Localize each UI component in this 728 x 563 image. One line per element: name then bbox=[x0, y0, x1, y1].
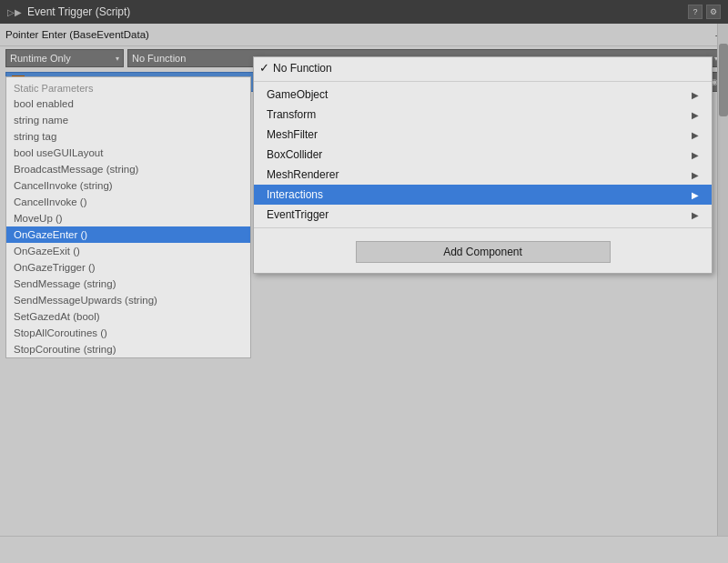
item-broadcastmessage[interactable]: BroadcastMessage (string) bbox=[6, 161, 250, 177]
menu-separator bbox=[254, 81, 712, 82]
function-label: No Function bbox=[132, 53, 186, 64]
item-ongazetrigger[interactable]: OnGazeTrigger () bbox=[6, 259, 250, 276]
submenu-arrow-boxcollider: ▶ bbox=[692, 150, 699, 160]
item-string-tag[interactable]: string tag bbox=[6, 128, 250, 145]
menu-meshrenderer[interactable]: MeshRenderer ▶ bbox=[254, 165, 712, 185]
main-panel: ▷▶ Event Trigger (Script) ? ⚙ Pointer En… bbox=[0, 0, 728, 563]
bottom-area bbox=[0, 536, 728, 563]
checkmark-icon: ✓ bbox=[259, 61, 269, 75]
item-stopcoroutine[interactable]: StopCoroutine (string) bbox=[6, 341, 250, 357]
item-sendmessage[interactable]: SendMessage (string) bbox=[6, 276, 250, 292]
title-icons: ? ⚙ bbox=[688, 5, 721, 19]
menu-separator-2 bbox=[254, 227, 712, 228]
item-sendmessageupwards[interactable]: SendMessageUpwards (string) bbox=[6, 292, 250, 308]
component-header: Pointer Enter (BaseEventData) – bbox=[0, 24, 728, 46]
scrollbar[interactable] bbox=[717, 24, 728, 536]
left-dropdown: Static Parameters bool enabled string na… bbox=[5, 76, 251, 358]
menu-gameobject[interactable]: GameObject ▶ bbox=[254, 85, 712, 105]
menu-no-function[interactable]: ✓No Function bbox=[254, 57, 712, 78]
runtime-label: Runtime Only bbox=[10, 53, 71, 64]
menu-transform[interactable]: Transform ▶ bbox=[254, 105, 712, 125]
item-ongazeexit[interactable]: OnGazeExit () bbox=[6, 243, 250, 259]
help-icon-btn[interactable]: ? bbox=[688, 5, 703, 19]
submenu-arrow-interactions: ▶ bbox=[692, 190, 699, 200]
right-dropdown: ✓No Function GameObject ▶ Transform ▶ Me… bbox=[253, 56, 713, 274]
item-stopallcoroutines[interactable]: StopAllCoroutines () bbox=[6, 325, 250, 341]
item-setgazedat[interactable]: SetGazedAt (bool) bbox=[6, 308, 250, 325]
runtime-arrow: ▾ bbox=[116, 55, 119, 63]
item-string-name[interactable]: string name bbox=[6, 112, 250, 128]
item-bool-useguilayout[interactable]: bool useGUILayout bbox=[6, 145, 250, 161]
title-bar-left: ▷▶ Event Trigger (Script) bbox=[7, 5, 130, 18]
title-bar: ▷▶ Event Trigger (Script) ? ⚙ bbox=[0, 0, 728, 24]
item-cancelinvoke-string[interactable]: CancelInvoke (string) bbox=[6, 177, 250, 194]
item-ongazeenter[interactable]: OnGazeEnter () bbox=[6, 226, 250, 243]
title-text: Event Trigger (Script) bbox=[27, 5, 130, 18]
item-moveup[interactable]: MoveUp () bbox=[6, 210, 250, 226]
menu-boxcollider[interactable]: BoxCollider ▶ bbox=[254, 145, 712, 165]
runtime-dropdown[interactable]: Runtime Only ▾ bbox=[5, 49, 124, 67]
submenu-arrow-eventtrigger: ▶ bbox=[692, 210, 699, 220]
menu-meshfilter[interactable]: MeshFilter ▶ bbox=[254, 125, 712, 145]
component-label: Pointer Enter (BaseEventData) bbox=[5, 29, 149, 40]
menu-eventtrigger[interactable]: EventTrigger ▶ bbox=[254, 205, 712, 225]
item-cancelinvoke[interactable]: CancelInvoke () bbox=[6, 194, 250, 210]
submenu-arrow-meshfilter: ▶ bbox=[692, 130, 699, 140]
settings-icon-btn[interactable]: ⚙ bbox=[706, 5, 721, 19]
submenu-arrow-transform: ▶ bbox=[692, 110, 699, 120]
static-params-header: Static Parameters bbox=[6, 77, 250, 96]
item-bool-enabled[interactable]: bool enabled bbox=[6, 96, 250, 112]
title-arrows: ▷▶ bbox=[7, 7, 22, 17]
scrollbar-thumb[interactable] bbox=[719, 44, 728, 116]
add-component-btn[interactable]: Add Component bbox=[356, 241, 611, 263]
submenu-arrow-meshrenderer: ▶ bbox=[692, 170, 699, 180]
submenu-arrow-gameobject: ▶ bbox=[692, 90, 699, 100]
menu-interactions[interactable]: Interactions ▶ bbox=[254, 185, 712, 205]
